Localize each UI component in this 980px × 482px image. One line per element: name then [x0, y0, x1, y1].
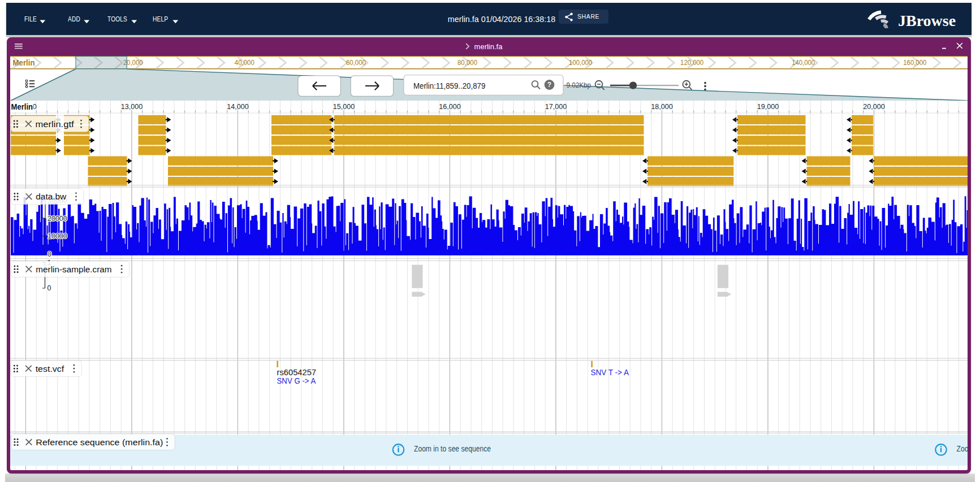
svg-text:16,000: 16,000: [439, 102, 461, 111]
svg-text:15,000: 15,000: [333, 102, 355, 111]
svg-text:140,000: 140,000: [792, 58, 815, 67]
svg-text:Merlin: Merlin: [11, 102, 33, 111]
svg-text:18,000: 18,000: [651, 102, 673, 111]
svg-text:rs6054257: rs6054257: [277, 367, 317, 376]
svg-text:100,000: 100,000: [569, 58, 592, 67]
svg-text:SNV T -> A: SNV T -> A: [591, 367, 629, 376]
svg-text:20,000: 20,000: [863, 102, 885, 111]
svg-text:9.02Kbp: 9.02Kbp: [567, 81, 592, 89]
svg-text:?: ?: [547, 81, 551, 89]
svg-text:40,000: 40,000: [235, 58, 254, 67]
svg-text:0: 0: [48, 284, 51, 292]
svg-text:data.bw: data.bw: [36, 192, 67, 201]
svg-text:14,000: 14,000: [227, 102, 249, 111]
svg-text:Merlin:11,859..20,879: Merlin:11,859..20,879: [413, 80, 485, 90]
svg-text:Zoom in to see sequence: Zoom in to see sequence: [957, 444, 968, 453]
svg-text:17,000: 17,000: [545, 102, 567, 111]
svg-text:SNV G -> A: SNV G -> A: [277, 376, 317, 385]
svg-text:test.vcf: test.vcf: [36, 363, 64, 373]
svg-text:Merlin: Merlin: [13, 57, 35, 67]
svg-text:0: 0: [48, 250, 51, 258]
svg-text:JBrowse: JBrowse: [898, 12, 956, 29]
svg-text:10000: 10000: [48, 232, 67, 240]
svg-text:160,000: 160,000: [903, 58, 926, 67]
svg-text:20000: 20000: [48, 214, 67, 222]
svg-text:120,000: 120,000: [680, 58, 703, 67]
svg-text:60,000: 60,000: [346, 58, 366, 67]
svg-text:Zoom in to see sequence: Zoom in to see sequence: [414, 444, 491, 453]
svg-text:19,000: 19,000: [757, 102, 779, 111]
svg-text:merlin.gtf: merlin.gtf: [36, 119, 75, 128]
svg-text:13,000: 13,000: [121, 102, 143, 111]
svg-text:80,000: 80,000: [457, 58, 477, 67]
svg-text:Reference sequence (merlin.fa): Reference sequence (merlin.fa): [36, 437, 163, 446]
svg-text:merlin-sample.cram: merlin-sample.cram: [36, 264, 111, 273]
